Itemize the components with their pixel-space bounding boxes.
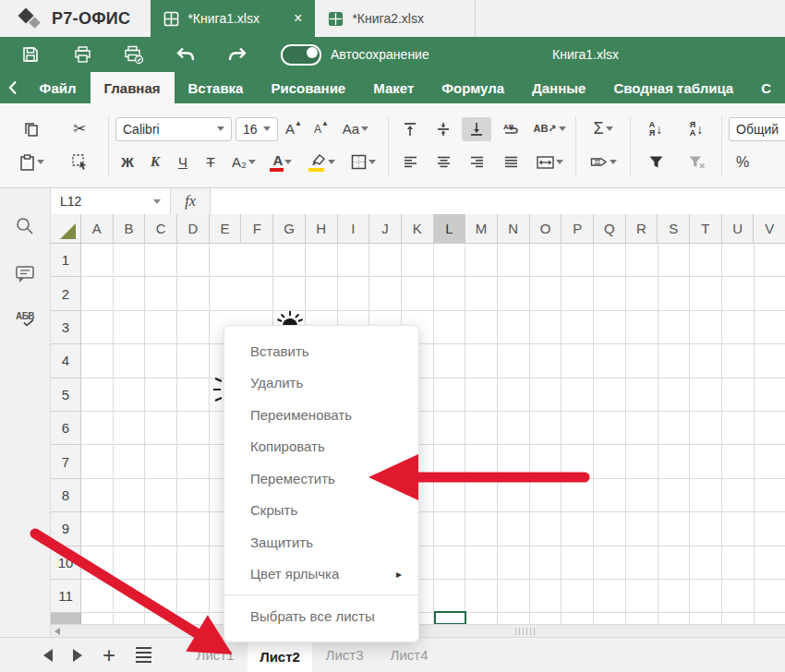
percent-style-button[interactable]: % xyxy=(729,150,756,174)
align-left-button[interactable] xyxy=(395,150,425,174)
align-middle-button[interactable] xyxy=(429,117,458,141)
close-icon[interactable]: × xyxy=(294,11,302,26)
menu-tab[interactable]: Рисование xyxy=(257,72,359,103)
quick-print-button[interactable] xyxy=(113,41,155,68)
row-header[interactable]: 11 xyxy=(51,580,81,613)
row-header[interactable]: 3 xyxy=(51,311,81,344)
cell-name-box[interactable]: L12 xyxy=(51,188,171,214)
increase-font-button[interactable]: A▲ xyxy=(282,117,306,141)
select-all-corner[interactable] xyxy=(51,214,81,244)
column-header[interactable]: V xyxy=(754,214,785,244)
menu-tab[interactable]: Данные xyxy=(518,72,599,103)
back-chevron-button[interactable] xyxy=(0,72,26,103)
number-format-combo[interactable]: Общий xyxy=(729,117,785,141)
add-sheet-button[interactable]: + xyxy=(103,644,115,666)
paste-button[interactable] xyxy=(9,150,54,174)
orientation-button[interactable]: AB↗ xyxy=(530,117,569,141)
align-top-button[interactable] xyxy=(395,117,425,141)
column-header[interactable]: S xyxy=(658,214,690,244)
column-header[interactable]: R xyxy=(626,214,658,244)
document-tab-book2[interactable]: *Книга2.xlsx xyxy=(315,0,476,37)
column-header[interactable]: D xyxy=(177,214,210,244)
column-header[interactable]: K xyxy=(402,214,434,244)
highlight-color-button[interactable] xyxy=(304,150,341,174)
merge-cells-button[interactable] xyxy=(530,150,569,174)
column-header[interactable]: P xyxy=(562,214,594,244)
column-header[interactable]: C xyxy=(145,214,177,244)
copy-button[interactable] xyxy=(9,117,54,141)
scroll-left-arrow-icon[interactable] xyxy=(54,628,60,635)
filter-button[interactable] xyxy=(637,150,674,174)
row-header[interactable]: 10 xyxy=(51,546,81,580)
cells-area[interactable] xyxy=(81,244,785,624)
autosave-toggle[interactable] xyxy=(281,44,321,66)
column-header[interactable]: A xyxy=(81,214,114,244)
context-menu-item[interactable]: Цвет ярлычка ▸ xyxy=(224,558,418,591)
redo-button[interactable] xyxy=(216,41,259,68)
row-header[interactable]: 6 xyxy=(51,412,81,445)
menu-tab[interactable]: Главная xyxy=(91,72,175,103)
column-header[interactable]: O xyxy=(530,214,562,244)
cut-button[interactable]: ✂ xyxy=(57,117,102,141)
decrease-font-button[interactable]: A▲ xyxy=(309,117,333,141)
column-header[interactable]: F xyxy=(241,214,273,244)
menu-tab[interactable]: Вставка xyxy=(175,72,258,103)
wrap-text-button[interactable]: AB xyxy=(495,117,526,141)
menu-tab[interactable]: С xyxy=(747,72,785,103)
sort-descending-button[interactable]: ЯА ↓ xyxy=(678,117,715,141)
prev-sheet-button[interactable] xyxy=(43,649,53,662)
clear-filter-button[interactable] xyxy=(678,150,715,174)
column-header[interactable]: B xyxy=(114,214,146,244)
bold-button[interactable]: Ж xyxy=(115,150,139,174)
menu-tab[interactable]: Сводная таблица xyxy=(599,72,747,103)
context-menu-item[interactable]: Выбрать все листы ▸ xyxy=(224,600,418,632)
scrollbar-grip-icon[interactable] xyxy=(515,628,536,635)
row-header[interactable]: 9 xyxy=(51,512,81,546)
borders-button[interactable] xyxy=(344,150,381,174)
subscript-button[interactable]: A₂ xyxy=(226,150,261,174)
menu-tab[interactable]: Файл xyxy=(26,72,91,103)
undo-button[interactable] xyxy=(164,41,207,68)
search-button[interactable] xyxy=(13,214,37,238)
context-menu-item[interactable]: Удалить ▸ xyxy=(224,367,418,400)
sheet-list-button[interactable] xyxy=(136,647,151,663)
strikethrough-button[interactable]: Т xyxy=(199,150,223,174)
spellcheck-button[interactable]: АБВ xyxy=(13,306,37,330)
italic-button[interactable]: K xyxy=(143,150,167,174)
autosum-button[interactable]: Σ xyxy=(583,117,623,141)
sheet-tab[interactable]: Лист3 xyxy=(312,638,377,672)
column-header[interactable]: M xyxy=(465,214,498,244)
align-right-button[interactable] xyxy=(462,150,491,174)
row-header-12-partial[interactable] xyxy=(51,613,81,624)
insert-function-button[interactable]: fx xyxy=(171,188,211,214)
column-header[interactable]: Q xyxy=(594,214,626,244)
save-button[interactable] xyxy=(9,41,52,68)
row-header[interactable]: 4 xyxy=(51,344,81,378)
named-ranges-button[interactable] xyxy=(583,150,623,174)
row-header[interactable]: 7 xyxy=(51,445,81,478)
column-header[interactable]: H xyxy=(306,214,338,244)
comments-button[interactable] xyxy=(13,262,37,286)
column-header[interactable]: I xyxy=(338,214,370,244)
row-header[interactable]: 5 xyxy=(51,378,81,412)
sheet-tab[interactable]: Лист4 xyxy=(377,638,441,672)
column-header[interactable]: T xyxy=(690,214,722,244)
font-size-combo[interactable]: 16 xyxy=(236,117,278,141)
font-name-combo[interactable]: Calibri xyxy=(115,117,232,141)
row-header[interactable]: 2 xyxy=(51,277,81,310)
column-header[interactable]: L xyxy=(434,214,466,244)
align-bottom-button[interactable] xyxy=(462,117,491,141)
context-menu-item[interactable]: Защитить ▸ xyxy=(224,526,418,558)
print-button[interactable] xyxy=(61,41,103,68)
context-menu-item[interactable]: Вставить ▸ xyxy=(224,335,418,367)
row-header[interactable]: 1 xyxy=(51,244,81,277)
underline-button[interactable]: Ч xyxy=(171,150,195,174)
menu-tab[interactable]: Макет xyxy=(359,72,428,103)
column-header[interactable]: G xyxy=(273,214,306,244)
sheet-tab[interactable]: Лист1 xyxy=(183,638,248,672)
formula-input[interactable] xyxy=(211,188,785,214)
context-menu-item[interactable]: Скрыть ▸ xyxy=(224,495,418,527)
column-header[interactable]: J xyxy=(369,214,402,244)
sort-ascending-button[interactable]: АЯ ↓ xyxy=(637,117,674,141)
column-header[interactable]: N xyxy=(498,214,530,244)
